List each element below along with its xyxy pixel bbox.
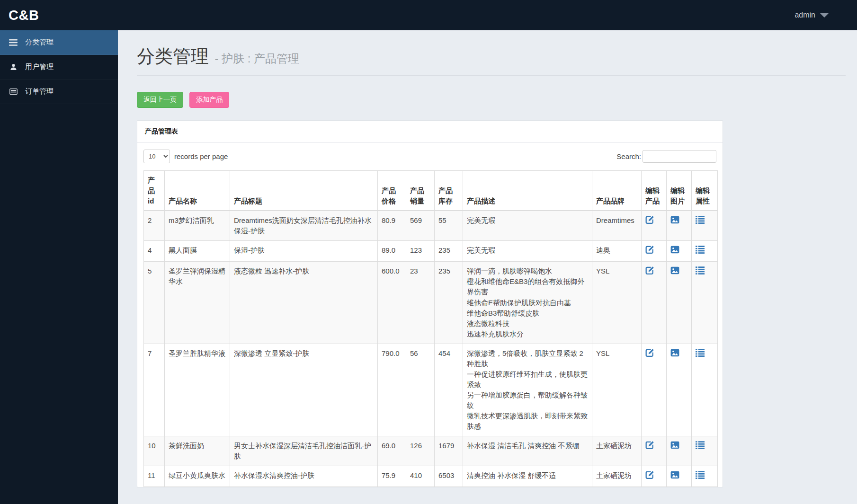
cell-sales: 126 [406, 436, 435, 466]
table-row: 10茶鲜洗面奶男女士补水保湿深层清洁毛孔控油洁面乳-护肤69.01261679补… [144, 436, 718, 466]
cell-title: 深微渗透 立显紧致-护肤 [230, 344, 378, 436]
toolbar: 返回上一页 添加产品 [137, 92, 857, 108]
edit-product-icon[interactable] [645, 441, 654, 450]
cell-sales: 123 [406, 241, 435, 262]
sidebar-item-category-management[interactable]: 分类管理 [0, 30, 118, 55]
cell-title: 液态微粒 迅速补水-护肤 [230, 262, 378, 344]
user-name: admin [795, 11, 815, 19]
col-header-name: 产品名称 [165, 171, 230, 211]
edit-product-icon[interactable] [645, 470, 654, 479]
cell-desc: 深微渗透，5倍吸收，肌肤立显紧致 2种胜肽 一种促进胶原纤维环扣生成，使肌肤更紧… [463, 344, 592, 436]
edit-product-icon[interactable] [645, 348, 654, 357]
cell-sales: 569 [406, 211, 435, 241]
cell-action [667, 211, 692, 241]
order-icon [9, 88, 18, 95]
user-menu[interactable]: admin [795, 11, 829, 19]
col-header-sales: 产品销量 [406, 171, 435, 211]
page-header: 分类管理 - 护肤 : 产品管理 [137, 44, 846, 76]
cell-price: 600.0 [378, 262, 406, 344]
page-subtitle: - 护肤 : 产品管理 [214, 52, 299, 65]
edit-image-icon[interactable] [670, 215, 679, 224]
edit-product-icon[interactable] [645, 266, 654, 275]
table-row: 4黑人面膜保湿-护肤89.0123235完美无瑕迪奥 [144, 241, 718, 262]
cell-desc: 补水保湿 清洁毛孔 清爽控油 不紧绷 [463, 436, 592, 466]
cell-title: 补水保湿水清爽控油-护肤 [230, 466, 378, 487]
cell-action [667, 344, 692, 436]
edit-image-icon[interactable] [670, 470, 679, 479]
cell-price: 89.0 [378, 241, 406, 262]
sidebar-item-order-management[interactable]: 订单管理 [0, 80, 118, 104]
edit-attributes-icon[interactable] [696, 470, 705, 479]
product-table: 产品id 产品名称 产品标题 产品价格 产品销量 产品库存 产品描述 产品品牌 … [143, 170, 718, 487]
edit-product-icon[interactable] [645, 245, 654, 254]
cell-title: 男女士补水保湿深层清洁毛孔控油洁面乳-护肤 [230, 436, 378, 466]
cell-stock: 6503 [435, 466, 463, 487]
cell-name: 圣罗兰弹润保湿精华水 [165, 262, 230, 344]
chevron-down-icon [820, 13, 829, 18]
cell-title: Dreamtimes洗面奶女深层清洁毛孔控油补水保湿-护肤 [230, 211, 378, 241]
cell-desc: 完美无瑕 [463, 241, 592, 262]
sidebar: 分类管理 用户管理 订单管理 [0, 30, 118, 504]
cell-id: 10 [144, 436, 165, 466]
cell-action [667, 262, 692, 344]
table-row: 11绿豆小黄瓜爽肤水补水保湿水清爽控油-护肤75.94106503清爽控油 补水… [144, 466, 718, 487]
cell-action [642, 436, 667, 466]
cell-brand: Dreamtimes [592, 211, 642, 241]
sidebar-item-user-management[interactable]: 用户管理 [0, 55, 118, 80]
edit-attributes-icon[interactable] [696, 348, 705, 357]
cell-brand: 迪奥 [592, 241, 642, 262]
product-panel: 产品管理表 10 records per page Search: [137, 120, 723, 487]
back-button[interactable]: 返回上一页 [137, 92, 183, 108]
add-product-button[interactable]: 添加产品 [189, 92, 229, 108]
col-header-title: 产品标题 [230, 171, 378, 211]
col-header-price: 产品价格 [378, 171, 406, 211]
search-input[interactable] [643, 150, 716, 163]
cell-action [667, 436, 692, 466]
cell-title: 保湿-护肤 [230, 241, 378, 262]
cell-id: 11 [144, 466, 165, 487]
cell-stock: 454 [435, 344, 463, 436]
product-table-body: 2m3梦幻洁面乳Dreamtimes洗面奶女深层清洁毛孔控油补水保湿-护肤80.… [144, 211, 718, 486]
cell-action [667, 466, 692, 487]
records-per-page-label: records per page [174, 152, 228, 160]
cell-id: 7 [144, 344, 165, 436]
edit-image-icon[interactable] [670, 441, 679, 450]
col-header-stock: 产品库存 [435, 171, 463, 211]
sidebar-item-label: 订单管理 [25, 87, 54, 96]
user-icon [9, 63, 18, 71]
cell-action [692, 436, 718, 466]
edit-attributes-icon[interactable] [696, 215, 705, 224]
cell-price: 790.0 [378, 344, 406, 436]
edit-image-icon[interactable] [670, 348, 679, 357]
cell-desc: 清爽控油 补水保湿 舒缓不适 [463, 466, 592, 487]
cell-action [642, 262, 667, 344]
edit-attributes-icon[interactable] [696, 266, 705, 275]
edit-product-icon[interactable] [645, 215, 654, 224]
cell-action [642, 241, 667, 262]
cell-stock: 235 [435, 241, 463, 262]
table-controls: 10 records per page Search: [143, 150, 716, 163]
col-header-edit: 编辑产品 [642, 171, 667, 211]
cell-action [667, 241, 692, 262]
table-row: 7圣罗兰胜肽精华液深微渗透 立显紧致-护肤790.056454深微渗透，5倍吸收… [144, 344, 718, 436]
col-header-attrs: 编辑属性 [692, 171, 718, 211]
edit-image-icon[interactable] [670, 266, 679, 275]
cell-action [692, 262, 718, 344]
edit-attributes-icon[interactable] [696, 441, 705, 450]
cell-name: 茶鲜洗面奶 [165, 436, 230, 466]
edit-attributes-icon[interactable] [696, 245, 705, 254]
cell-id: 4 [144, 241, 165, 262]
cell-brand: 土家硒泥坊 [592, 436, 642, 466]
edit-image-icon[interactable] [670, 245, 679, 254]
cell-brand: YSL [592, 262, 642, 344]
col-header-desc: 产品描述 [463, 171, 592, 211]
cell-desc: 弹润一滴，肌肤嘭弹喝饱水 橙花和维他命E&B3的组合有效抵御外界伤害 维他命E帮… [463, 262, 592, 344]
table-row: 5圣罗兰弹润保湿精华水液态微粒 迅速补水-护肤600.023235弹润一滴，肌肤… [144, 262, 718, 344]
cell-desc: 完美无瑕 [463, 211, 592, 241]
cell-price: 69.0 [378, 436, 406, 466]
cell-name: 绿豆小黄瓜爽肤水 [165, 466, 230, 487]
cell-action [692, 211, 718, 241]
page-size-select[interactable]: 10 [143, 150, 170, 163]
cell-price: 80.9 [378, 211, 406, 241]
cell-action [692, 466, 718, 487]
